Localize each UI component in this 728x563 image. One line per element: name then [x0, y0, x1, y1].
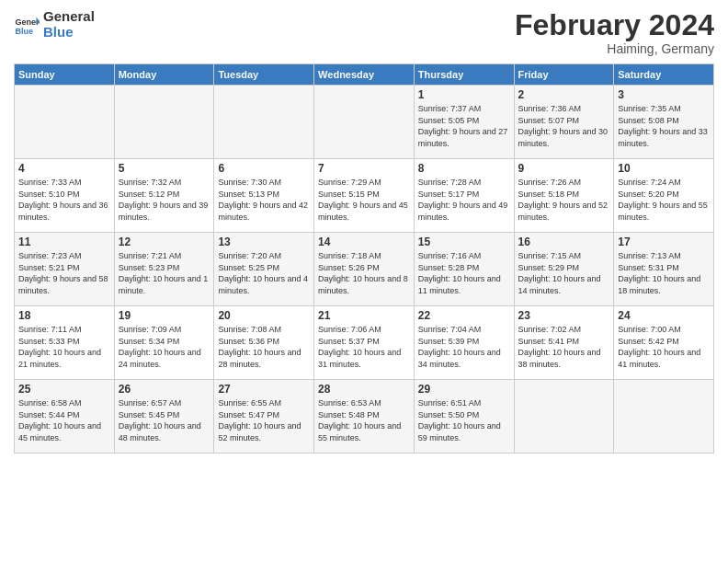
day-info: Sunrise: 7:26 AM Sunset: 5:18 PM Dayligh…	[518, 177, 610, 223]
day-number: 7	[318, 162, 410, 175]
header-monday: Monday	[114, 64, 214, 86]
day-number: 8	[418, 162, 510, 175]
day-number: 15	[418, 236, 510, 248]
calendar-cell: 13Sunrise: 7:20 AM Sunset: 5:25 PM Dayli…	[214, 233, 314, 306]
day-info: Sunrise: 7:18 AM Sunset: 5:26 PM Dayligh…	[318, 250, 410, 296]
header: General Blue General Blue February 2024 …	[14, 9, 714, 56]
calendar-cell: 26Sunrise: 6:57 AM Sunset: 5:45 PM Dayli…	[114, 380, 214, 454]
day-number: 26	[119, 383, 210, 396]
day-info: Sunrise: 7:23 AM Sunset: 5:21 PM Dayligh…	[18, 250, 110, 296]
day-info: Sunrise: 7:04 AM Sunset: 5:39 PM Dayligh…	[418, 324, 510, 370]
day-number: 3	[618, 88, 710, 101]
day-info: Sunrise: 7:35 AM Sunset: 5:08 PM Dayligh…	[618, 103, 710, 149]
calendar-cell: 7Sunrise: 7:29 AM Sunset: 5:15 PM Daylig…	[314, 159, 415, 233]
day-info: Sunrise: 7:21 AM Sunset: 5:23 PM Dayligh…	[119, 250, 210, 296]
day-number: 21	[318, 309, 410, 322]
day-number: 29	[418, 383, 510, 396]
day-number: 25	[18, 383, 110, 396]
logo-icon: General Blue	[14, 12, 40, 38]
calendar-cell: 20Sunrise: 7:08 AM Sunset: 5:36 PM Dayli…	[214, 306, 314, 380]
week-row-5: 25Sunrise: 6:58 AM Sunset: 5:44 PM Dayli…	[15, 380, 714, 454]
day-info: Sunrise: 7:29 AM Sunset: 5:15 PM Dayligh…	[318, 177, 410, 223]
day-number: 23	[518, 309, 610, 322]
calendar-cell	[114, 86, 214, 159]
header-sunday: Sunday	[15, 64, 115, 86]
calendar-cell: 4Sunrise: 7:33 AM Sunset: 5:10 PM Daylig…	[15, 159, 115, 233]
calendar-cell: 2Sunrise: 7:36 AM Sunset: 5:07 PM Daylig…	[514, 86, 614, 159]
day-info: Sunrise: 7:08 AM Sunset: 5:36 PM Dayligh…	[218, 324, 310, 370]
day-number: 18	[18, 309, 110, 322]
calendar-header-row: SundayMondayTuesdayWednesdayThursdayFrid…	[15, 64, 714, 86]
calendar-cell: 6Sunrise: 7:30 AM Sunset: 5:13 PM Daylig…	[214, 159, 314, 233]
day-info: Sunrise: 7:28 AM Sunset: 5:17 PM Dayligh…	[418, 177, 510, 223]
header-thursday: Thursday	[414, 64, 514, 86]
calendar-cell: 10Sunrise: 7:24 AM Sunset: 5:20 PM Dayli…	[614, 159, 714, 233]
calendar-cell: 24Sunrise: 7:00 AM Sunset: 5:42 PM Dayli…	[614, 306, 714, 380]
logo-general: General	[43, 9, 95, 25]
day-number: 16	[518, 236, 610, 248]
day-info: Sunrise: 7:06 AM Sunset: 5:37 PM Dayligh…	[318, 324, 410, 370]
day-info: Sunrise: 7:24 AM Sunset: 5:20 PM Dayligh…	[618, 177, 710, 223]
day-number: 19	[119, 309, 210, 322]
day-number: 11	[18, 236, 110, 248]
calendar-cell: 3Sunrise: 7:35 AM Sunset: 5:08 PM Daylig…	[614, 86, 714, 159]
week-row-3: 11Sunrise: 7:23 AM Sunset: 5:21 PM Dayli…	[15, 233, 714, 306]
day-number: 24	[618, 309, 710, 322]
day-number: 2	[518, 88, 610, 101]
calendar-cell: 25Sunrise: 6:58 AM Sunset: 5:44 PM Dayli…	[15, 380, 115, 454]
day-info: Sunrise: 7:02 AM Sunset: 5:41 PM Dayligh…	[518, 324, 610, 370]
day-info: Sunrise: 6:55 AM Sunset: 5:47 PM Dayligh…	[218, 397, 310, 443]
week-row-4: 18Sunrise: 7:11 AM Sunset: 5:33 PM Dayli…	[15, 306, 714, 380]
day-info: Sunrise: 7:09 AM Sunset: 5:34 PM Dayligh…	[119, 324, 210, 370]
day-info: Sunrise: 7:30 AM Sunset: 5:13 PM Dayligh…	[218, 177, 310, 223]
day-number: 13	[218, 236, 310, 248]
day-info: Sunrise: 7:36 AM Sunset: 5:07 PM Dayligh…	[518, 103, 610, 149]
calendar-cell	[514, 380, 614, 454]
day-number: 27	[218, 383, 310, 396]
svg-text:General: General	[15, 17, 40, 27]
day-number: 22	[418, 309, 510, 322]
calendar-cell	[614, 380, 714, 454]
subtitle: Haiming, Germany	[515, 41, 714, 56]
calendar-cell: 21Sunrise: 7:06 AM Sunset: 5:37 PM Dayli…	[314, 306, 415, 380]
day-info: Sunrise: 6:51 AM Sunset: 5:50 PM Dayligh…	[418, 397, 510, 443]
day-number: 1	[418, 88, 510, 101]
day-info: Sunrise: 6:58 AM Sunset: 5:44 PM Dayligh…	[18, 397, 110, 443]
calendar-cell: 27Sunrise: 6:55 AM Sunset: 5:47 PM Dayli…	[214, 380, 314, 454]
calendar-cell: 11Sunrise: 7:23 AM Sunset: 5:21 PM Dayli…	[15, 233, 115, 306]
main-title: February 2024	[515, 9, 714, 41]
day-info: Sunrise: 7:20 AM Sunset: 5:25 PM Dayligh…	[218, 250, 310, 296]
day-number: 9	[518, 162, 610, 175]
day-info: Sunrise: 7:15 AM Sunset: 5:29 PM Dayligh…	[518, 250, 610, 296]
day-number: 17	[618, 236, 710, 248]
day-number: 10	[618, 162, 710, 175]
calendar-cell: 15Sunrise: 7:16 AM Sunset: 5:28 PM Dayli…	[414, 233, 514, 306]
calendar-cell: 18Sunrise: 7:11 AM Sunset: 5:33 PM Dayli…	[15, 306, 115, 380]
day-info: Sunrise: 7:37 AM Sunset: 5:05 PM Dayligh…	[418, 103, 510, 149]
logo: General Blue General Blue	[14, 9, 95, 40]
week-row-2: 4Sunrise: 7:33 AM Sunset: 5:10 PM Daylig…	[15, 159, 714, 233]
day-number: 20	[218, 309, 310, 322]
title-block: February 2024 Haiming, Germany	[515, 9, 714, 56]
calendar-cell	[314, 86, 415, 159]
day-number: 6	[218, 162, 310, 175]
calendar-cell: 17Sunrise: 7:13 AM Sunset: 5:31 PM Dayli…	[614, 233, 714, 306]
calendar-cell: 29Sunrise: 6:51 AM Sunset: 5:50 PM Dayli…	[414, 380, 514, 454]
day-number: 5	[119, 162, 210, 175]
day-info: Sunrise: 7:32 AM Sunset: 5:12 PM Dayligh…	[119, 177, 210, 223]
day-info: Sunrise: 7:00 AM Sunset: 5:42 PM Dayligh…	[618, 324, 710, 370]
calendar-cell: 22Sunrise: 7:04 AM Sunset: 5:39 PM Dayli…	[414, 306, 514, 380]
day-info: Sunrise: 7:13 AM Sunset: 5:31 PM Dayligh…	[618, 250, 710, 296]
logo-blue: Blue	[43, 25, 95, 40]
calendar-cell	[15, 86, 115, 159]
calendar-table: SundayMondayTuesdayWednesdayThursdayFrid…	[14, 63, 714, 454]
calendar-cell: 1Sunrise: 7:37 AM Sunset: 5:05 PM Daylig…	[414, 86, 514, 159]
day-number: 4	[18, 162, 110, 175]
day-number: 14	[318, 236, 410, 248]
header-saturday: Saturday	[614, 64, 714, 86]
main-container: General Blue General Blue February 2024 …	[0, 0, 728, 463]
week-row-1: 1Sunrise: 7:37 AM Sunset: 5:05 PM Daylig…	[15, 86, 714, 159]
header-wednesday: Wednesday	[314, 64, 415, 86]
day-number: 12	[119, 236, 210, 248]
day-info: Sunrise: 7:11 AM Sunset: 5:33 PM Dayligh…	[18, 324, 110, 370]
